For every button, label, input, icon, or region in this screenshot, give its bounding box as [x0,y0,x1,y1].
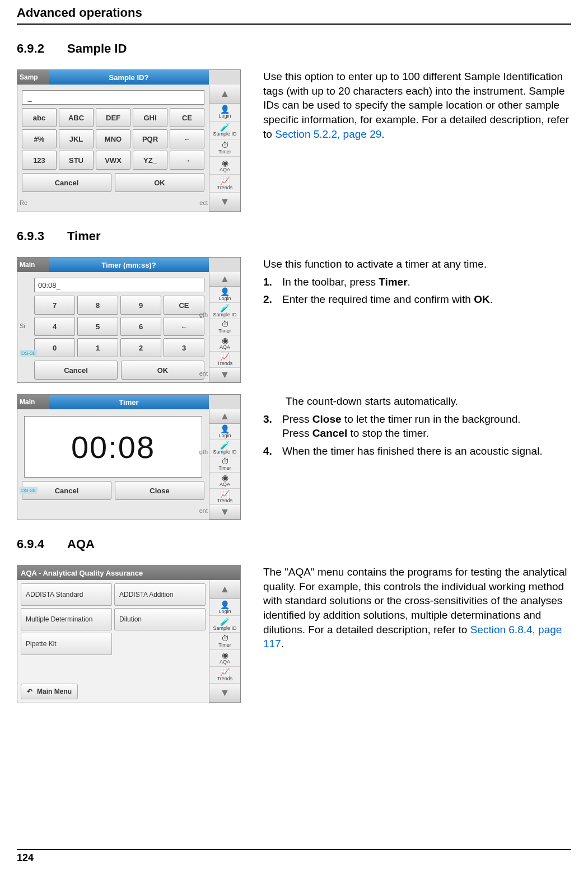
rail-login[interactable]: 👤Login [209,599,240,616]
key-DEF[interactable]: DEF [96,108,130,127]
bg-text: Re [20,199,27,206]
aqa-tile-grid: ADDISTA Standard ADDISTA Addition Multip… [17,580,209,658]
rail-trends[interactable]: 📈Trends [209,667,240,684]
close-button[interactable]: Close [115,481,204,500]
scroll-up-button[interactable]: ▲ [209,580,240,599]
key-9[interactable]: 9 [120,296,161,315]
aqa-tile-multiple-determination[interactable]: Multiple Determination [21,608,112,630]
key-STU[interactable]: STU [59,151,94,170]
screenshot-timer-entry: Main Timer (mm:ss)? DS-38 00:08_ 7 8 9 C… [17,257,241,383]
aqa-tile-dilution[interactable]: Dilution [114,608,206,630]
rail-login[interactable]: 👤Login [209,104,240,121]
screenshot-aqa: AQA - Analytical Quality Assurance ADDIS… [17,565,241,703]
ok-button[interactable]: OK [121,361,204,380]
rail-trends[interactable]: 📈Trends [209,175,240,193]
key-3[interactable]: 3 [164,338,204,357]
rail-aqa[interactable]: ◉AQA [209,473,240,489]
key-0[interactable]: 0 [34,338,75,357]
bg-window-title: Main [17,258,49,272]
scroll-down-button[interactable]: ▼ [209,505,240,520]
titlebar: Main Timer [17,395,240,409]
scroll-down-button[interactable]: ▼ [209,193,240,212]
step-number: 4. [263,444,282,459]
rail-aqa[interactable]: ◉AQA [209,157,240,175]
key-PQR[interactable]: PQR [133,129,167,148]
scroll-down-button[interactable]: ▼ [209,684,240,703]
key-123[interactable]: 123 [22,151,57,170]
main-menu-button[interactable]: ↶ Main Menu [21,684,78,699]
key-CE[interactable]: CE [164,296,204,315]
key-8[interactable]: 8 [77,296,118,315]
key-CE[interactable]: CE [170,108,204,127]
rail-sample-id[interactable]: 🧪Sample ID [209,303,240,319]
key-7[interactable]: 7 [34,296,75,315]
trends-icon: 📈 [220,490,230,498]
timer-value-input[interactable]: 00:08_ [34,278,204,292]
cancel-button[interactable]: Cancel [34,361,118,380]
key-VWX[interactable]: VWX [96,151,130,170]
key-1[interactable]: 1 [77,338,118,357]
rail-login[interactable]: 👤Login [209,424,240,440]
aqa-tile-addista-addition[interactable]: ADDISTA Addition [114,583,206,606]
rail-sample-id[interactable]: 🧪Sample ID [209,616,240,633]
rail-timer[interactable]: ⏱Timer [209,456,240,473]
heading-title: Sample ID [67,41,127,55]
key-6[interactable]: 6 [120,317,161,336]
login-icon: 👤 [220,425,230,433]
aqa-tile-pipette-kit[interactable]: Pipette Kit [21,633,112,655]
key-abc[interactable]: abc [22,108,57,127]
key-backspace[interactable]: ← [170,129,204,148]
sample-id-icon: 🧪 [220,123,230,131]
bg-text: gth [199,448,208,455]
key-5[interactable]: 5 [77,317,118,336]
key-2[interactable]: 2 [120,338,161,357]
heading-6-9-3: 6.9.3Timer [17,229,571,244]
scroll-up-button[interactable]: ▲ [209,85,240,104]
row-aqa: AQA - Analytical Quality Assurance ADDIS… [17,565,571,703]
rail-timer[interactable]: ⏱Timer [209,139,240,157]
row-sample-id: Samp Sample ID? _ abc ABC DEF GHI CE #% [17,69,571,212]
login-icon: 👤 [220,105,230,113]
sample-id-input[interactable]: _ [22,90,204,105]
aqa-icon: ◉ [222,474,228,482]
rail-trends[interactable]: 📈Trends [209,352,240,368]
key-YZ[interactable]: YZ_ [133,151,167,170]
rail-trends[interactable]: 📈Trends [209,489,240,505]
bg-text: ect [199,199,208,206]
key-backspace[interactable]: ← [164,317,204,336]
side-rail: ▲ 👤Login 🧪Sample ID ⏱Timer ◉AQA 📈Trends … [209,409,240,520]
timer-entry-dialog-screenshot: Main Timer (mm:ss)? DS-38 00:08_ 7 8 9 C… [17,257,241,383]
rail-aqa[interactable]: ◉AQA [209,335,240,352]
rail-login[interactable]: 👤Login [209,287,240,303]
rail-timer[interactable]: ⏱Timer [209,319,240,335]
screenshot-timer-run: Main Timer DS-38 00:08 Cancel Close gth … [17,394,241,520]
rail-sample-id[interactable]: 🧪Sample ID [209,440,240,456]
ok-button[interactable]: OK [115,173,204,192]
xref-link[interactable]: Section 5.2.2, page 29 [275,128,381,140]
key-ABC[interactable]: ABC [59,108,94,127]
ds-tag: DS-38 [20,350,38,357]
scroll-up-button[interactable]: ▲ [209,409,240,424]
heading-6-9-2: 6.9.2Sample ID [17,41,571,56]
footer: 124 [17,849,571,864]
key-JKL[interactable]: JKL [59,129,94,148]
login-icon: 👤 [220,288,230,296]
key-4[interactable]: 4 [34,317,75,336]
key-GHI[interactable]: GHI [133,108,167,127]
key-hash[interactable]: #% [22,129,57,148]
scroll-up-button[interactable]: ▲ [209,272,240,287]
timer-icon: ⏱ [221,320,229,328]
side-rail: ▲ 👤Login 🧪Sample ID ⏱Timer ◉AQA 📈Trends … [209,85,240,212]
scroll-down-button[interactable]: ▼ [209,368,240,382]
lead-text: Use this function to activate a timer at… [263,257,571,272]
cancel-button[interactable]: Cancel [22,173,111,192]
rail-sample-id[interactable]: 🧪Sample ID [209,121,240,139]
aqa-tile-addista-standard[interactable]: ADDISTA Standard [21,583,112,606]
rail-aqa[interactable]: ◉AQA [209,650,240,667]
key-right[interactable]: → [170,151,204,170]
key-MNO[interactable]: MNO [96,129,130,148]
sample-id-icon: 🧪 [220,618,230,625]
timer-icon: ⏱ [221,457,229,465]
rail-timer[interactable]: ⏱Timer [209,633,240,649]
dialog-title: Timer (mm:ss)? [49,258,209,272]
